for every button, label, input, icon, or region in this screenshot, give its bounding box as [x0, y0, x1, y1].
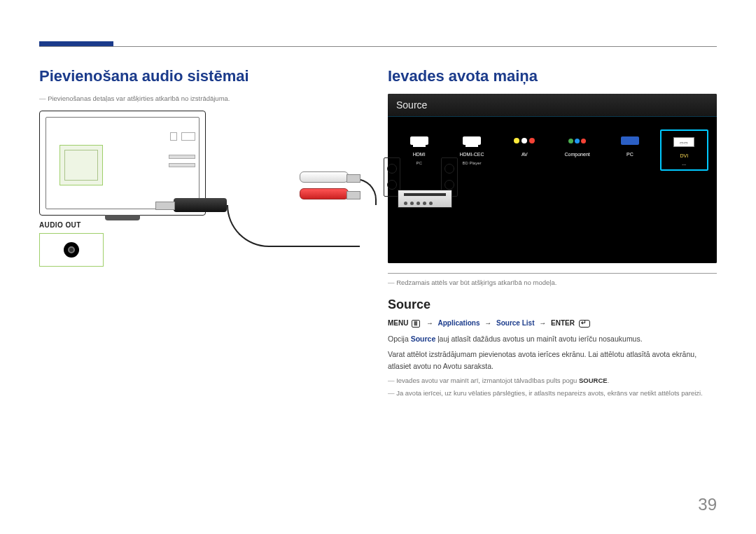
page-number: 39 — [698, 495, 717, 514]
screenshot-disclaimer: Redzamais attēls var būt atšķirīgs atkar… — [388, 278, 717, 288]
footnote-2: Ja avota ierīcei, uz kuru vēlaties pārsl… — [388, 388, 717, 398]
left-column: Pievienošana audio sistēmai Pievienošana… — [39, 67, 356, 398]
source-tile-av[interactable]: AV — [502, 129, 547, 160]
vga-icon — [618, 134, 642, 148]
menu-path-source-list: Source List — [496, 319, 534, 327]
av-icon — [512, 134, 536, 148]
menu-path-applications: Applications — [438, 319, 479, 327]
audio-out-jack-diagram — [39, 233, 104, 267]
audio-jack-icon — [64, 242, 79, 258]
source-tile-dvi[interactable]: ▭▭DVI--- — [660, 129, 708, 171]
right-section-title: Ievades avota maiņa — [388, 67, 717, 85]
accent-bar — [39, 41, 113, 46]
body-paragraph-1: Opcija Source ļauj atlasīt dažādus avotu… — [388, 333, 717, 344]
right-column: Ievades avota maiņa Source HDMIPCHDMI-CE… — [388, 67, 717, 398]
menu-navigation-path: MENU Ⅲ → Applications → Source List → EN… — [388, 319, 717, 328]
source-tile-label: HDMI — [413, 152, 426, 157]
source-tile-label: HDMI-CEC — [459, 152, 484, 157]
footnote-1: Ievades avotu var mainīt arī, izmantojot… — [388, 376, 717, 386]
source-tile-component[interactable]: Component — [554, 129, 600, 160]
rca-red-plug-icon — [300, 188, 349, 199]
source-tile-label: AV — [522, 152, 528, 157]
hdmi-icon — [407, 134, 431, 148]
divider — [388, 273, 717, 274]
menu-button-icon: Ⅲ — [412, 320, 420, 328]
arrow-icon: → — [426, 319, 433, 327]
arrow-icon: → — [484, 319, 491, 327]
monitor-port-panel — [59, 145, 103, 185]
page: Pievienošana audio sistēmai Pievienošana… — [0, 0, 756, 534]
arrow-icon: → — [539, 319, 546, 327]
rca-white-plug-icon — [300, 171, 349, 183]
body-paragraph-2: Varat attēlot izstrādājumam pievienotas … — [388, 349, 717, 372]
enter-button-icon — [579, 320, 590, 328]
top-rule — [39, 46, 717, 47]
source-tile-label: DVI — [680, 153, 688, 158]
comp-icon — [566, 134, 589, 148]
source-tile-label: Component — [565, 152, 590, 157]
left-connection-note: Pievienošanas detaļas var atšķirties atk… — [39, 94, 356, 104]
enter-label: ENTER — [551, 319, 575, 327]
amplifier-diagram — [398, 190, 452, 208]
source-tile-label: PC — [626, 152, 634, 157]
dvi-icon: ▭▭ — [672, 135, 696, 149]
source-titlebar: Source — [388, 94, 717, 117]
content-columns: Pievienošana audio sistēmai Pievienošana… — [39, 67, 717, 398]
source-tile-sublabel: BD Player — [462, 161, 481, 165]
left-section-title: Pievienošana audio sistēmai — [39, 67, 356, 85]
menu-label: MENU — [388, 319, 408, 327]
source-subheading: Source — [388, 297, 717, 312]
hdmi-icon — [460, 134, 484, 148]
source-tile-sublabel: --- — [682, 162, 686, 167]
audio-plug-icon — [174, 198, 227, 212]
source-tile-pc[interactable]: PC — [607, 129, 652, 160]
